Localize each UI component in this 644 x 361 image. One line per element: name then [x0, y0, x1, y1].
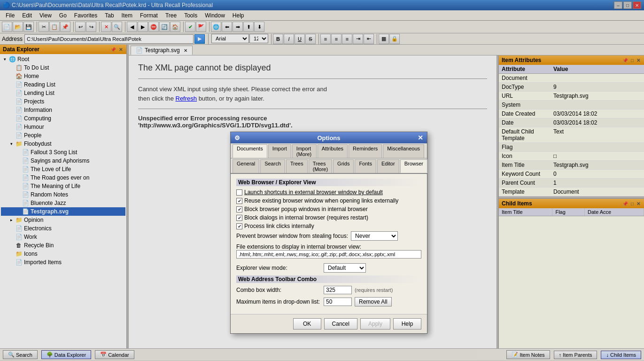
dialog-tab2-trees[interactable]: Trees — [286, 159, 308, 173]
prevent-focus-select[interactable]: Never — [351, 231, 398, 241]
checkbox-label-0: Launch shortcuts in external browser win… — [244, 189, 383, 196]
remove-all-button[interactable]: Remove All — [355, 297, 392, 306]
prevent-focus-row: Prevent browser window from stealing foc… — [236, 231, 421, 241]
dialog-cancel-button[interactable]: Cancel — [324, 318, 357, 330]
explorer-mode-select[interactable]: Default — [324, 263, 366, 273]
checkbox-row-3: ✔Block dialogs in internal browser (requ… — [236, 214, 421, 221]
dialog-apply-button[interactable]: Apply — [360, 318, 390, 330]
dialog-help-button[interactable]: Help — [393, 318, 421, 330]
dialog-tab2-search[interactable]: Search — [260, 159, 285, 173]
dialog-tabs-row1: DocumentsImportImport (More)AttributesRe… — [231, 143, 427, 158]
checkbox-3[interactable]: ✔ — [236, 215, 242, 221]
dialog-tab2-grids[interactable]: Grids — [333, 159, 354, 173]
dialog-overlay: ⚙ Options ✕ DocumentsImportImport (More)… — [0, 0, 644, 361]
checkbox-4[interactable]: ✔ — [236, 223, 242, 229]
explorer-mode-row: Explorer view mode: Default — [236, 263, 421, 273]
dialog-tab1-documents[interactable]: Documents — [233, 144, 267, 158]
checkbox-row-0: Launch shortcuts in external browser win… — [236, 189, 421, 196]
checkbox-2[interactable]: ✔ — [236, 206, 242, 212]
options-dialog: ⚙ Options ✕ DocumentsImportImport (More)… — [230, 132, 427, 334]
dialog-tab2-browser[interactable]: Browser — [400, 159, 427, 173]
dialog-tab1-miscellaneous[interactable]: Miscellaneous — [383, 144, 424, 158]
checkbox-row-1: ✔Reuse existing browser window when open… — [236, 197, 421, 204]
dialog-section-label: Web Browser / Explorer View — [236, 179, 421, 186]
checkbox-label-4: Process link clicks internally — [244, 223, 314, 229]
checkbox-row-2: ✔Block browser popup windows in internal… — [236, 206, 421, 212]
combo-width-row: Combo box width: (requires restart) — [236, 286, 421, 294]
dialog-close-btn[interactable]: ✕ — [418, 134, 423, 141]
dialog-tab2-trees-(more)[interactable]: Trees (More) — [309, 159, 332, 173]
dialog-tab2-fonts[interactable]: Fonts — [355, 159, 376, 173]
checkbox-0[interactable] — [236, 189, 242, 196]
file-ext-row: File extensions to display in internal b… — [236, 243, 421, 261]
file-ext-input[interactable] — [236, 250, 421, 259]
dialog-title-label: Options — [317, 134, 340, 141]
max-items-row: Maximum items in drop-down list: Remove … — [236, 297, 421, 306]
dialog-body: Web Browser / Explorer View Launch short… — [231, 174, 427, 314]
dialog-tab1-reminders[interactable]: Reminders — [349, 144, 382, 158]
dialog-tab1-import[interactable]: Import — [268, 144, 291, 158]
dialog-tab1-attributes[interactable]: Attributes — [318, 144, 348, 158]
checkbox-row-4: ✔Process link clicks internally — [236, 223, 421, 229]
checkbox-1[interactable]: ✔ — [236, 198, 242, 204]
combo-width-label: Combo box width: — [236, 287, 321, 293]
dialog-tabs-row2: GeneralSearchTreesTrees (More)GridsFonts… — [231, 158, 427, 174]
dialog-tab1-import-(more)[interactable]: Import (More) — [292, 144, 317, 158]
checkbox-label-3: Block dialogs in internal browser (requi… — [244, 214, 368, 221]
checkbox-label-2: Block browser popup windows in internal … — [244, 206, 368, 212]
dialog-title-icon: ⚙ — [234, 134, 240, 141]
combo-width-note: (requires restart) — [355, 287, 393, 293]
prevent-focus-label: Prevent browser window from stealing foc… — [236, 233, 348, 239]
explorer-mode-label: Explorer view mode: — [236, 265, 321, 271]
dialog-footer: OK Cancel Apply Help — [231, 314, 427, 333]
combo-width-input[interactable] — [324, 286, 352, 294]
dialog-tab2-general[interactable]: General — [233, 159, 259, 173]
max-items-label: Maximum items in drop-down list: — [236, 298, 321, 305]
dialog-ok-button[interactable]: OK — [293, 318, 321, 330]
checkbox-label-1: Reuse existing browser window when openi… — [244, 197, 398, 204]
checkboxes-area: Launch shortcuts in external browser win… — [236, 189, 421, 229]
file-ext-label: File extensions to display in internal b… — [236, 243, 361, 250]
dialog-title-bar: ⚙ Options ✕ — [231, 132, 427, 143]
max-items-input[interactable] — [324, 298, 352, 306]
dialog-tab2-editor[interactable]: Editor — [377, 159, 399, 173]
web-address-section: Web Address Toolbar Combo — [236, 275, 421, 283]
